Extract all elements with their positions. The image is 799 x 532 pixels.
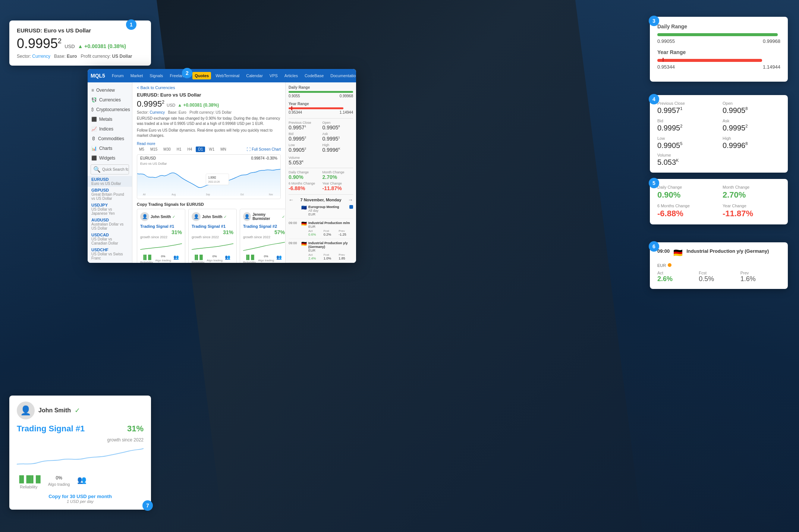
br-open: Open 0.99058 bbox=[323, 121, 353, 130]
mql5-logo: MQL5 bbox=[91, 73, 105, 79]
people-icon-s2: 👥 bbox=[225, 255, 230, 260]
signal-3-chart bbox=[243, 240, 285, 252]
symbol-gbpusd[interactable]: GBPUSD Great Britain Pound vs US Dollar bbox=[88, 187, 132, 202]
badge-4: 4 bbox=[649, 94, 659, 104]
signal-1-avatar: 👤 bbox=[140, 212, 149, 221]
sidebar-item-crypto[interactable]: ₿ Cryptocurrencies bbox=[88, 105, 132, 114]
card3-daily-values: 0.99055 0.99968 bbox=[657, 38, 780, 44]
read-more-link[interactable]: Read more bbox=[137, 142, 155, 146]
sector-link-browser[interactable]: Currency bbox=[150, 110, 165, 114]
card1-currency: USD bbox=[65, 44, 75, 49]
cal-prev-arrow[interactable]: ← bbox=[289, 197, 294, 203]
back-link[interactable]: Back to Currencies bbox=[137, 85, 281, 90]
card7-avatar: 👤 bbox=[17, 402, 35, 419]
signal-card-1[interactable]: 👤 John Smith ✓ Trading Signal #1 31% gro… bbox=[137, 209, 185, 263]
month-change-val: 2.70% bbox=[723, 190, 780, 200]
tf-m15[interactable]: M15 bbox=[148, 147, 160, 152]
sidebar-item-charts[interactable]: 📊 Charts bbox=[88, 144, 132, 153]
metals-icon: ⬛ bbox=[91, 117, 97, 122]
nav-forum[interactable]: Forum bbox=[110, 72, 126, 79]
sidebar-item-commodities[interactable]: 🛢 Commodities bbox=[88, 134, 132, 144]
nav-signals[interactable]: Signals bbox=[147, 72, 165, 79]
nav-documentation[interactable]: Documentation bbox=[328, 72, 356, 79]
signals-list: 👤 John Smith ✓ Trading Signal #1 31% gro… bbox=[137, 209, 281, 263]
card7-user-row: 👤 John Smith ✓ bbox=[17, 402, 144, 419]
nav-webterminal[interactable]: WebTerminal bbox=[213, 72, 242, 79]
card6-fcst: Fcst 0.5% bbox=[699, 271, 739, 283]
nav-market[interactable]: Market bbox=[128, 72, 145, 79]
br-changes: Daily Change 0.90% Month Change 2.70% 6 … bbox=[289, 170, 353, 191]
card-changes: Daily Change 0.90% Month Change 2.70% 6 … bbox=[650, 179, 788, 224]
chart-area[interactable]: EURUSD 0.99874 -0.30% Euro vs US Dollar bbox=[137, 154, 281, 199]
br-6month-change: 6 Months Change -6.88% bbox=[289, 182, 320, 191]
fullscreen-btn[interactable]: ⛶ Full Screen Chart bbox=[247, 147, 281, 151]
sidebar-item-currencies[interactable]: 💱 Currencies bbox=[88, 95, 132, 105]
nav-quotes[interactable]: Quotes bbox=[192, 72, 211, 79]
br-ask: Ask 0.99951 bbox=[323, 132, 353, 142]
prev-close-item: Previous Close 0.99571 bbox=[657, 101, 715, 115]
card6-prev-val: 1.6% bbox=[740, 275, 780, 283]
svg-text:2022.10.26: 2022.10.26 bbox=[208, 180, 220, 183]
symbol-eurjpy[interactable]: EURJPY Euro vs Japanese Yen bbox=[88, 261, 132, 263]
tf-m30[interactable]: M30 bbox=[161, 147, 173, 152]
year-change-val: -11.87% bbox=[723, 209, 780, 218]
nav-codebase[interactable]: CodeBase bbox=[302, 72, 326, 79]
tf-d1[interactable]: D1 bbox=[196, 147, 205, 152]
symbol-audusd[interactable]: AUDUSD Australian Dollar vs US Dollar bbox=[88, 217, 132, 232]
copy-sub-label: 1 USD per day bbox=[17, 499, 144, 504]
sidebar-item-widgets[interactable]: ⬛ Widgets bbox=[88, 153, 132, 163]
search-input[interactable] bbox=[102, 167, 128, 171]
br-prev-close: Previous Close 0.99571 bbox=[289, 121, 320, 130]
sidebar-item-metals[interactable]: ⬛ Metals bbox=[88, 114, 132, 124]
browser-description: EURUSD exchange rate has changed by 0.90… bbox=[137, 116, 281, 126]
tf-h1[interactable]: H1 bbox=[174, 147, 184, 152]
symbol-eurusd[interactable]: EURUSD Euro vs US Dollar bbox=[88, 176, 132, 187]
tf-m5[interactable]: M5 bbox=[137, 147, 147, 152]
sidebar-label-overview: Overview bbox=[96, 88, 115, 93]
volume-row: Volume 5.053K bbox=[657, 153, 780, 167]
nav-calendar[interactable]: Calendar bbox=[244, 72, 265, 79]
browser-currency: USD bbox=[167, 103, 175, 107]
symbol-usdchf[interactable]: USDCHF US Dollar vs Swiss Franc bbox=[88, 246, 132, 261]
browser-subdesc: Follow Euro vs US Dollar dynamics. Real-… bbox=[137, 128, 281, 138]
card3-year-values: 0.95344 1.14944 bbox=[657, 64, 780, 70]
br-month-change: Month Change 2.70% bbox=[323, 170, 353, 180]
symbol-usdjpy[interactable]: USDJPY US Dollar vs Japanese Yen bbox=[88, 202, 132, 217]
signal-2-username: John Smith bbox=[202, 215, 222, 219]
sidebar-label-charts: Charts bbox=[99, 146, 112, 151]
sidebar-item-indices[interactable]: 📈 Indices bbox=[88, 124, 132, 134]
volume-val: 5.053K bbox=[657, 158, 780, 167]
browser-calendar-nav: ← 7 November, Monday → bbox=[289, 197, 353, 203]
card-trading-signal: 👤 John Smith ✓ Trading Signal #1 31% gro… bbox=[9, 396, 151, 510]
sector-link[interactable]: Currency bbox=[32, 54, 50, 59]
signal-3-check: ✓ bbox=[282, 215, 285, 219]
signal-card-2[interactable]: 👤 John Smith ✓ Trading Signal #1 31% gro… bbox=[188, 209, 237, 263]
tf-h4[interactable]: H4 bbox=[185, 147, 195, 152]
signal-1-row: Trading Signal #1 31% bbox=[140, 223, 182, 229]
sidebar-item-overview[interactable]: ≡ Overview bbox=[88, 85, 132, 95]
nav-vps[interactable]: VPS bbox=[267, 72, 280, 79]
br-bid: Bid 0.99952 bbox=[289, 132, 320, 142]
signal-1-algo: 0% Algo trading bbox=[155, 255, 171, 263]
card7-metrics: ▐▌█▌█ Reliability 0% Algo trading 👥 bbox=[17, 475, 144, 489]
copy-button[interactable]: Copy for 30 USD per month bbox=[17, 494, 144, 499]
commodities-icon: 🛢 bbox=[91, 136, 96, 141]
symbol-search-box[interactable]: 🔍 bbox=[91, 164, 129, 174]
card1-change: ▲ +0.00381 (0.38%) bbox=[78, 43, 126, 49]
signal-card-3[interactable]: 👤 Jeremy Burmister ✓ Trading Signal #2 5… bbox=[240, 209, 285, 263]
daily-change-item: Daily Change 0.90% bbox=[657, 185, 715, 200]
symbol-usdcad[interactable]: USDCAD US Dollar vs Canadian Dollar bbox=[88, 232, 132, 246]
crypto-icon: ₿ bbox=[91, 107, 94, 112]
signal-1-metrics: ▐▌█ Reliability 0% Algo trading 👥 bbox=[140, 255, 182, 263]
badge-6: 6 bbox=[649, 241, 659, 252]
cal-next-arrow[interactable]: → bbox=[348, 197, 353, 203]
tf-w1[interactable]: W1 bbox=[207, 147, 217, 152]
nav-articles[interactable]: Articles bbox=[282, 72, 300, 79]
signal-3-reliability: ▐▌█ Reliability bbox=[243, 255, 256, 263]
tf-mn[interactable]: MN bbox=[218, 147, 229, 152]
bid-val: 0.99952 bbox=[657, 124, 715, 132]
card7-growth-percent: 31% bbox=[127, 424, 144, 434]
badge-3: 3 bbox=[649, 16, 659, 26]
card6-event-info: Industrial Production y/y (Germany) bbox=[686, 248, 769, 254]
signal-2-check: ✓ bbox=[224, 215, 227, 219]
